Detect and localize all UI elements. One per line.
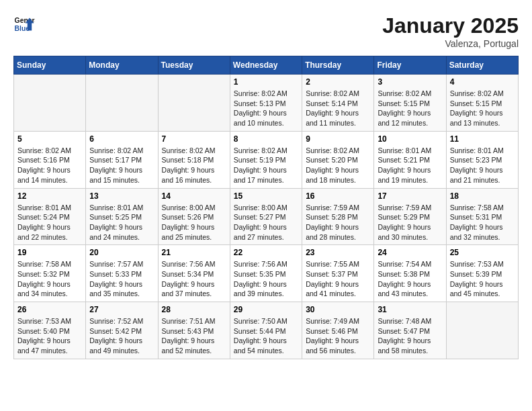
- day-info: Sunrise: 8:00 AMSunset: 5:27 PMDaylight:…: [234, 203, 298, 242]
- logo: General Blue: [13, 13, 35, 35]
- day-number: 19: [17, 248, 82, 257]
- calendar-title: January 2025: [382, 13, 519, 38]
- day-info: Sunrise: 7:52 AMSunset: 5:42 PMDaylight:…: [89, 316, 154, 356]
- day-info: Sunrise: 8:02 AMSunset: 5:13 PMDaylight:…: [234, 89, 298, 128]
- day-info: Sunrise: 8:02 AMSunset: 5:15 PMDaylight:…: [378, 89, 442, 128]
- calendar-cell: 29Sunrise: 7:50 AMSunset: 5:44 PMDayligh…: [230, 302, 302, 359]
- weekday-header-friday: Friday: [374, 56, 446, 75]
- day-info: Sunrise: 7:51 AMSunset: 5:43 PMDaylight:…: [162, 316, 226, 356]
- day-number: 15: [234, 191, 298, 201]
- day-number: 8: [234, 134, 298, 144]
- day-info: Sunrise: 8:02 AMSunset: 5:15 PMDaylight:…: [450, 89, 515, 128]
- day-number: 16: [306, 191, 370, 201]
- weekday-header-saturday: Saturday: [446, 56, 518, 75]
- calendar-cell: 24Sunrise: 7:54 AMSunset: 5:38 PMDayligh…: [374, 245, 446, 302]
- calendar-cell: 4Sunrise: 8:02 AMSunset: 5:15 PMDaylight…: [446, 75, 518, 132]
- calendar-cell: 12Sunrise: 8:01 AMSunset: 5:24 PMDayligh…: [14, 188, 86, 245]
- day-info: Sunrise: 8:02 AMSunset: 5:19 PMDaylight:…: [234, 146, 298, 185]
- calendar-cell: [86, 75, 158, 132]
- calendar-cell: 6Sunrise: 8:02 AMSunset: 5:17 PMDaylight…: [86, 131, 158, 188]
- calendar-cell: 10Sunrise: 8:01 AMSunset: 5:21 PMDayligh…: [374, 131, 446, 188]
- calendar-cell: 14Sunrise: 8:00 AMSunset: 5:26 PMDayligh…: [158, 188, 230, 245]
- day-number: 5: [17, 134, 82, 144]
- day-info: Sunrise: 7:57 AMSunset: 5:33 PMDaylight:…: [89, 259, 154, 299]
- day-info: Sunrise: 8:02 AMSunset: 5:16 PMDaylight:…: [17, 146, 82, 185]
- calendar-cell: 27Sunrise: 7:52 AMSunset: 5:42 PMDayligh…: [86, 302, 158, 359]
- day-info: Sunrise: 7:58 AMSunset: 5:32 PMDaylight:…: [17, 259, 82, 299]
- calendar-cell: 9Sunrise: 8:02 AMSunset: 5:20 PMDaylight…: [302, 131, 374, 188]
- day-number: 9: [306, 134, 370, 144]
- day-info: Sunrise: 8:00 AMSunset: 5:26 PMDaylight:…: [162, 203, 226, 242]
- weekday-header-thursday: Thursday: [302, 56, 374, 75]
- day-number: 31: [378, 305, 442, 314]
- calendar-cell: 20Sunrise: 7:57 AMSunset: 5:33 PMDayligh…: [86, 245, 158, 302]
- calendar-cell: 30Sunrise: 7:49 AMSunset: 5:46 PMDayligh…: [302, 302, 374, 359]
- calendar-cell: 5Sunrise: 8:02 AMSunset: 5:16 PMDaylight…: [14, 131, 86, 188]
- calendar-cell: 25Sunrise: 7:53 AMSunset: 5:39 PMDayligh…: [446, 245, 518, 302]
- weekday-header-tuesday: Tuesday: [158, 56, 230, 75]
- day-info: Sunrise: 8:01 AMSunset: 5:25 PMDaylight:…: [89, 203, 154, 242]
- day-info: Sunrise: 7:54 AMSunset: 5:38 PMDaylight:…: [378, 259, 442, 299]
- calendar-cell: [14, 75, 86, 132]
- calendar-week-1: 1Sunrise: 8:02 AMSunset: 5:13 PMDaylight…: [14, 75, 519, 132]
- calendar-cell: 23Sunrise: 7:55 AMSunset: 5:37 PMDayligh…: [302, 245, 374, 302]
- day-info: Sunrise: 7:48 AMSunset: 5:47 PMDaylight:…: [378, 316, 442, 356]
- calendar-cell: 19Sunrise: 7:58 AMSunset: 5:32 PMDayligh…: [14, 245, 86, 302]
- day-info: Sunrise: 7:59 AMSunset: 5:29 PMDaylight:…: [378, 203, 442, 242]
- day-info: Sunrise: 8:02 AMSunset: 5:20 PMDaylight:…: [306, 146, 370, 185]
- day-info: Sunrise: 7:56 AMSunset: 5:35 PMDaylight:…: [234, 259, 298, 299]
- day-number: 12: [17, 191, 82, 201]
- calendar-cell: 1Sunrise: 8:02 AMSunset: 5:13 PMDaylight…: [230, 75, 302, 132]
- calendar-cell: 2Sunrise: 8:02 AMSunset: 5:14 PMDaylight…: [302, 75, 374, 132]
- calendar-cell: 26Sunrise: 7:53 AMSunset: 5:40 PMDayligh…: [14, 302, 86, 359]
- day-number: 27: [89, 305, 154, 314]
- day-number: 14: [162, 191, 226, 201]
- day-number: 25: [450, 248, 515, 257]
- calendar-cell: 11Sunrise: 8:01 AMSunset: 5:23 PMDayligh…: [446, 131, 518, 188]
- calendar-cell: 17Sunrise: 7:59 AMSunset: 5:29 PMDayligh…: [374, 188, 446, 245]
- day-info: Sunrise: 8:01 AMSunset: 5:24 PMDaylight:…: [17, 203, 82, 242]
- calendar-cell: 13Sunrise: 8:01 AMSunset: 5:25 PMDayligh…: [86, 188, 158, 245]
- day-number: 18: [450, 191, 515, 201]
- logo-icon: General Blue: [13, 13, 35, 35]
- calendar-table: SundayMondayTuesdayWednesdayThursdayFrid…: [13, 56, 519, 359]
- day-info: Sunrise: 7:59 AMSunset: 5:28 PMDaylight:…: [306, 203, 370, 242]
- day-number: 13: [89, 191, 154, 201]
- day-info: Sunrise: 8:02 AMSunset: 5:14 PMDaylight:…: [306, 89, 370, 128]
- calendar-cell: [158, 75, 230, 132]
- calendar-cell: 7Sunrise: 8:02 AMSunset: 5:18 PMDaylight…: [158, 131, 230, 188]
- day-info: Sunrise: 7:56 AMSunset: 5:34 PMDaylight:…: [162, 259, 226, 299]
- calendar-week-3: 12Sunrise: 8:01 AMSunset: 5:24 PMDayligh…: [14, 188, 519, 245]
- day-info: Sunrise: 8:02 AMSunset: 5:18 PMDaylight:…: [162, 146, 226, 185]
- day-number: 20: [89, 248, 154, 257]
- calendar-week-5: 26Sunrise: 7:53 AMSunset: 5:40 PMDayligh…: [14, 302, 519, 359]
- day-number: 22: [234, 248, 298, 257]
- day-number: 21: [162, 248, 226, 257]
- day-number: 17: [378, 191, 442, 201]
- calendar-cell: 3Sunrise: 8:02 AMSunset: 5:15 PMDaylight…: [374, 75, 446, 132]
- day-number: 4: [450, 77, 515, 87]
- calendar-week-4: 19Sunrise: 7:58 AMSunset: 5:32 PMDayligh…: [14, 245, 519, 302]
- day-number: 30: [306, 305, 370, 314]
- calendar-cell: 22Sunrise: 7:56 AMSunset: 5:35 PMDayligh…: [230, 245, 302, 302]
- day-number: 2: [306, 77, 370, 87]
- day-number: 6: [89, 134, 154, 144]
- weekday-header-monday: Monday: [86, 56, 158, 75]
- day-info: Sunrise: 7:50 AMSunset: 5:44 PMDaylight:…: [234, 316, 298, 356]
- calendar-cell: 15Sunrise: 8:00 AMSunset: 5:27 PMDayligh…: [230, 188, 302, 245]
- day-info: Sunrise: 7:49 AMSunset: 5:46 PMDaylight:…: [306, 316, 370, 356]
- weekday-header-sunday: Sunday: [14, 56, 86, 75]
- day-number: 3: [378, 77, 442, 87]
- day-info: Sunrise: 8:01 AMSunset: 5:21 PMDaylight:…: [378, 146, 442, 185]
- weekday-header-wednesday: Wednesday: [230, 56, 302, 75]
- calendar-cell: 31Sunrise: 7:48 AMSunset: 5:47 PMDayligh…: [374, 302, 446, 359]
- day-number: 7: [162, 134, 226, 144]
- day-number: 26: [17, 305, 82, 314]
- calendar-cell: 16Sunrise: 7:59 AMSunset: 5:28 PMDayligh…: [302, 188, 374, 245]
- day-info: Sunrise: 8:01 AMSunset: 5:23 PMDaylight:…: [450, 146, 515, 185]
- calendar-cell: 21Sunrise: 7:56 AMSunset: 5:34 PMDayligh…: [158, 245, 230, 302]
- day-info: Sunrise: 7:55 AMSunset: 5:37 PMDaylight:…: [306, 259, 370, 299]
- title-block: January 2025 Valenza, Portugal: [382, 13, 519, 49]
- calendar-week-2: 5Sunrise: 8:02 AMSunset: 5:16 PMDaylight…: [14, 131, 519, 188]
- day-number: 11: [450, 134, 515, 144]
